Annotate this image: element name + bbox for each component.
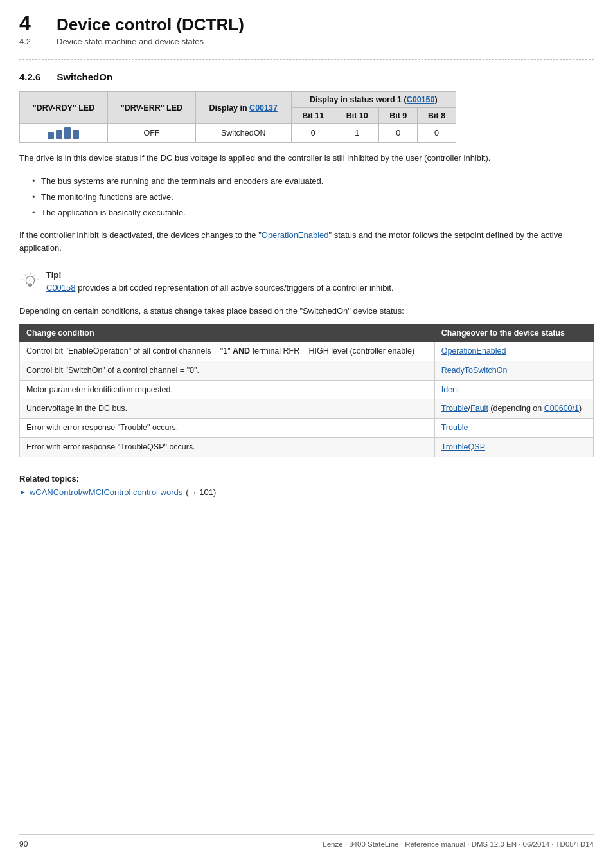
td-status-3: Ident [434, 380, 593, 399]
table-row: Error with error response "TroubleQSP" o… [20, 437, 594, 457]
lightbulb-icon [21, 271, 40, 291]
related-topic-item: ► wCANControl/wMCIControl control words … [19, 487, 594, 497]
td-condition-4: Undervoltage in the DC bus. [20, 399, 435, 419]
fault-link[interactable]: Fault [470, 404, 488, 413]
td-bit9: 0 [379, 124, 418, 143]
section-divider [19, 59, 594, 60]
led-bar-1 [48, 132, 54, 139]
ready-to-switch-on-link[interactable]: ReadyToSwitchOn [441, 366, 508, 375]
led-bar-4 [73, 130, 79, 139]
svg-line-2 [25, 275, 26, 276]
td-status-5: Trouble [434, 419, 593, 438]
list-item: The monitoring functions are active. [32, 191, 594, 204]
td-condition-3: Motor parameter identification requested… [20, 380, 435, 399]
page-footer: 90 Lenze · 8400 StateLine · Reference ma… [19, 834, 594, 849]
td-condition-1: Control bit "EnableOperation" of all con… [20, 342, 435, 361]
status-table-container: "DRV-RDY" LED "DRV-ERR" LED Display in C… [19, 91, 594, 143]
th-bit8: Bit 8 [418, 108, 456, 124]
c00600-link[interactable]: C00600/1 [544, 404, 579, 413]
led-bar-3 [64, 127, 71, 139]
c00150-link[interactable]: C00150 [407, 95, 435, 104]
trouble-qsp-link[interactable]: TroubleQSP [441, 442, 485, 451]
th-bit10: Bit 10 [335, 108, 378, 124]
th-bit11: Bit 11 [291, 108, 335, 124]
operation-enabled-link[interactable]: OperationEnabled [262, 230, 329, 240]
trouble-link-2[interactable]: Trouble [441, 423, 468, 432]
tip-box: Tip! C00158 provides a bit coded represe… [19, 270, 594, 294]
list-item: The bus systems are running and the term… [32, 175, 594, 188]
th-display-status-word: Display in status word 1 (C00150) [291, 92, 456, 108]
related-link-ref: (→ 101) [186, 487, 216, 497]
c00158-link[interactable]: C00158 [46, 283, 76, 293]
td-display-val: SwitchedON [195, 124, 291, 143]
th-bit9: Bit 9 [379, 108, 418, 124]
section-header: 4.2.6 SwitchedOn [19, 71, 594, 82]
paragraph-1: The drive is in this device status if th… [19, 152, 594, 165]
wcancontrol-link[interactable]: wCANControl/wMCIControl control words [30, 487, 182, 497]
td-drv-rdy-led [20, 124, 108, 143]
td-drv-err: OFF [107, 124, 195, 143]
footer-info: Lenze · 8400 StateLine · Reference manua… [323, 840, 594, 848]
chapter-name: Device control (DCTRL) [57, 15, 244, 35]
td-status-2: ReadyToSwitchOn [434, 361, 593, 380]
td-status-1: OperationEnabled [434, 342, 593, 361]
feature-list: The bus systems are running and the term… [32, 175, 594, 222]
page-number: 90 [19, 840, 28, 849]
table-row: Undervoltage in the DC bus. Trouble/Faul… [20, 399, 594, 419]
td-bit8: 0 [418, 124, 456, 143]
th-drv-err: "DRV-ERR" LED [107, 92, 195, 124]
th-change-condition: Change condition [20, 325, 435, 342]
led-bar-2 [56, 130, 62, 139]
ident-link[interactable]: Ident [441, 385, 459, 394]
sub-number: 4.2 [19, 37, 45, 46]
th-drv-rdy: "DRV-RDY" LED [20, 92, 108, 124]
paragraph-2: If the controller inhibit is deactivated… [19, 229, 594, 255]
td-status-4: Trouble/Fault (depending on C00600/1) [434, 399, 593, 419]
th-display-c00137: Display in C00137 [195, 92, 291, 124]
page-header: 4 Device control (DCTRL) 4.2 Device stat… [19, 12, 594, 50]
arrow-icon: ► [19, 488, 26, 496]
tip-text: C00158 provides a bit coded representati… [46, 282, 394, 294]
tip-label: Tip! [46, 270, 394, 280]
trouble-link-1[interactable]: Trouble [441, 404, 468, 413]
table-row: Control bit "EnableOperation" of all con… [20, 342, 594, 361]
table-row: Motor parameter identification requested… [20, 380, 594, 399]
table-row: Error with error response "Trouble" occu… [20, 419, 594, 438]
operation-enabled-status-link[interactable]: OperationEnabled [441, 347, 506, 356]
status-table: "DRV-RDY" LED "DRV-ERR" LED Display in C… [19, 91, 456, 143]
svg-line-1 [35, 275, 36, 276]
related-topics-section: Related topics: ► wCANControl/wMCIContro… [19, 474, 594, 497]
change-condition-table: Change condition Changeover to the devic… [19, 324, 594, 457]
td-bit10: 1 [335, 124, 378, 143]
th-changeover-status: Changeover to the device status [434, 325, 593, 342]
chapter-number: 4 [19, 12, 45, 35]
section-name: SwitchedOn [57, 71, 112, 82]
td-condition-5: Error with error response "Trouble" occu… [20, 419, 435, 438]
c00137-link[interactable]: C00137 [249, 104, 278, 113]
td-bit11: 0 [291, 124, 335, 143]
led-indicator [26, 127, 101, 139]
td-status-6: TroubleQSP [434, 437, 593, 457]
td-condition-6: Error with error response "TroubleQSP" o… [20, 437, 435, 457]
tip-icon [19, 270, 41, 292]
tip-content: Tip! C00158 provides a bit coded represe… [46, 270, 394, 294]
list-item: The application is basically executable. [32, 206, 594, 219]
paragraph-3: Depending on certain conditions, a statu… [19, 305, 594, 318]
td-condition-2: Control bit "SwitchOn" of a control chan… [20, 361, 435, 380]
related-topics-title: Related topics: [19, 474, 594, 484]
sub-name: Device state machine and device states [57, 37, 204, 46]
section-number: 4.2.6 [19, 71, 40, 82]
table-row: Control bit "SwitchOn" of a control chan… [20, 361, 594, 380]
